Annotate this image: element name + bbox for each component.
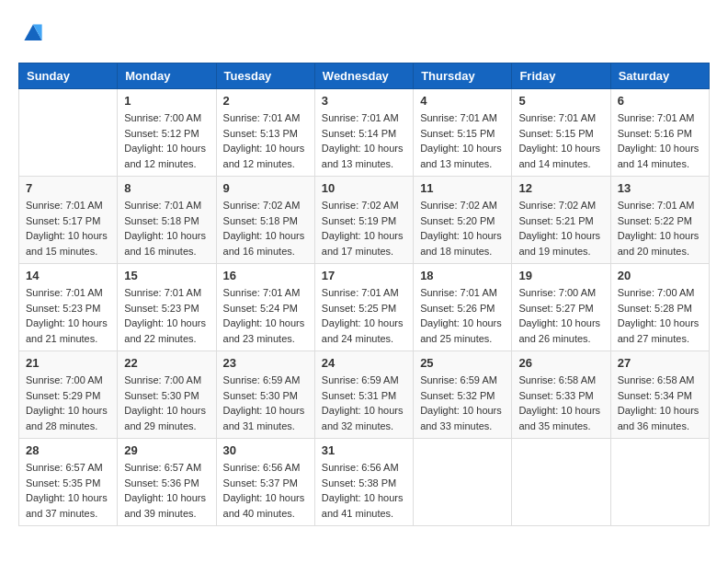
day-number: 26 (518, 356, 603, 370)
day-info: Sunrise: 7:01 AM Sunset: 5:25 PM Dayligh… (322, 285, 406, 346)
daylight: Daylight: 10 hours and 12 minutes. (124, 143, 206, 169)
sunrise: Sunrise: 7:01 AM (518, 112, 596, 123)
sunset: Sunset: 5:27 PM (518, 303, 593, 314)
calendar-cell (19, 89, 118, 177)
day-number: 18 (420, 269, 505, 282)
sunrise: Sunrise: 7:01 AM (322, 287, 399, 298)
day-info: Sunrise: 7:00 AM Sunset: 5:29 PM Dayligh… (26, 373, 110, 433)
day-number: 14 (26, 269, 110, 282)
sunset: Sunset: 5:20 PM (420, 215, 495, 226)
day-info: Sunrise: 7:01 AM Sunset: 5:15 PM Dayligh… (420, 110, 505, 171)
day-info: Sunrise: 7:00 AM Sunset: 5:28 PM Dayligh… (618, 285, 702, 346)
logo (18, 18, 51, 48)
calendar-cell: 4 Sunrise: 7:01 AM Sunset: 5:15 PM Dayli… (414, 89, 512, 177)
daylight: Daylight: 10 hours and 28 minutes. (26, 405, 108, 431)
day-number: 31 (322, 443, 406, 457)
calendar-cell: 13 Sunrise: 7:01 AM Sunset: 5:22 PM Dayl… (610, 177, 709, 264)
sunset: Sunset: 5:25 PM (322, 303, 396, 314)
sunset: Sunset: 5:30 PM (124, 390, 199, 401)
calendar-cell: 16 Sunrise: 7:01 AM Sunset: 5:24 PM Dayl… (216, 264, 314, 351)
day-number: 24 (322, 356, 406, 370)
calendar-cell: 27 Sunrise: 6:58 AM Sunset: 5:34 PM Dayl… (610, 351, 709, 439)
daylight: Daylight: 10 hours and 32 minutes. (322, 405, 404, 431)
day-number: 4 (420, 94, 505, 108)
day-info: Sunrise: 6:59 AM Sunset: 5:30 PM Dayligh… (223, 373, 308, 433)
day-number: 13 (618, 181, 702, 195)
daylight: Daylight: 10 hours and 19 minutes. (518, 230, 600, 257)
sunset: Sunset: 5:17 PM (26, 215, 100, 226)
sunset: Sunset: 5:32 PM (420, 390, 495, 401)
daylight: Daylight: 10 hours and 14 minutes. (618, 143, 700, 169)
day-number: 17 (322, 269, 406, 282)
day-info: Sunrise: 7:00 AM Sunset: 5:12 PM Dayligh… (124, 110, 209, 171)
sunset: Sunset: 5:16 PM (618, 128, 692, 139)
sunset: Sunset: 5:23 PM (124, 303, 199, 314)
sunrise: Sunrise: 7:02 AM (322, 200, 399, 211)
sunrise: Sunrise: 7:01 AM (322, 112, 399, 123)
calendar-week-5: 28 Sunrise: 6:57 AM Sunset: 5:35 PM Dayl… (19, 439, 710, 526)
header-friday: Friday (512, 63, 610, 89)
day-info: Sunrise: 7:01 AM Sunset: 5:24 PM Dayligh… (223, 285, 308, 346)
header-tuesday: Tuesday (216, 63, 314, 89)
sunrise: Sunrise: 7:00 AM (124, 374, 201, 385)
day-info: Sunrise: 6:57 AM Sunset: 5:35 PM Dayligh… (26, 460, 110, 521)
daylight: Daylight: 10 hours and 37 minutes. (26, 492, 108, 519)
calendar-cell: 29 Sunrise: 6:57 AM Sunset: 5:36 PM Dayl… (118, 439, 216, 526)
sunrise: Sunrise: 7:00 AM (124, 112, 201, 123)
calendar-cell: 31 Sunrise: 6:56 AM Sunset: 5:38 PM Dayl… (314, 439, 413, 526)
sunrise: Sunrise: 7:01 AM (420, 287, 497, 298)
calendar-cell: 18 Sunrise: 7:01 AM Sunset: 5:26 PM Dayl… (414, 264, 512, 351)
sunrise: Sunrise: 6:58 AM (518, 374, 596, 385)
daylight: Daylight: 10 hours and 24 minutes. (322, 317, 404, 344)
day-number: 21 (26, 356, 110, 370)
daylight: Daylight: 10 hours and 12 minutes. (223, 143, 305, 169)
sunset: Sunset: 5:36 PM (124, 477, 199, 488)
day-info: Sunrise: 6:57 AM Sunset: 5:36 PM Dayligh… (124, 460, 209, 521)
day-number: 15 (124, 269, 209, 282)
day-info: Sunrise: 7:01 AM Sunset: 5:23 PM Dayligh… (124, 285, 209, 346)
sunset: Sunset: 5:19 PM (322, 215, 396, 226)
header-sunday: Sunday (19, 63, 118, 89)
daylight: Daylight: 10 hours and 27 minutes. (618, 317, 700, 344)
daylight: Daylight: 10 hours and 29 minutes. (124, 405, 206, 431)
sunset: Sunset: 5:21 PM (518, 215, 593, 226)
sunset: Sunset: 5:37 PM (223, 477, 298, 488)
daylight: Daylight: 10 hours and 15 minutes. (26, 230, 108, 257)
day-info: Sunrise: 7:02 AM Sunset: 5:21 PM Dayligh… (518, 198, 603, 259)
sunrise: Sunrise: 6:57 AM (124, 462, 201, 473)
sunrise: Sunrise: 7:01 AM (618, 112, 695, 123)
calendar-cell: 25 Sunrise: 6:59 AM Sunset: 5:32 PM Dayl… (414, 351, 512, 439)
day-number: 27 (618, 356, 702, 370)
day-number: 8 (124, 181, 209, 195)
day-number: 9 (223, 181, 308, 195)
sunset: Sunset: 5:33 PM (518, 390, 593, 401)
daylight: Daylight: 10 hours and 25 minutes. (420, 317, 502, 344)
calendar-cell: 19 Sunrise: 7:00 AM Sunset: 5:27 PM Dayl… (512, 264, 610, 351)
calendar-cell: 12 Sunrise: 7:02 AM Sunset: 5:21 PM Dayl… (512, 177, 610, 264)
sunrise: Sunrise: 7:01 AM (124, 200, 201, 211)
day-info: Sunrise: 7:00 AM Sunset: 5:30 PM Dayligh… (124, 373, 209, 433)
day-info: Sunrise: 7:01 AM Sunset: 5:14 PM Dayligh… (322, 110, 406, 171)
daylight: Daylight: 10 hours and 16 minutes. (223, 230, 305, 257)
header-thursday: Thursday (414, 63, 512, 89)
sunrise: Sunrise: 7:02 AM (518, 200, 596, 211)
daylight: Daylight: 10 hours and 17 minutes. (322, 230, 404, 257)
day-info: Sunrise: 7:01 AM Sunset: 5:13 PM Dayligh… (223, 110, 308, 171)
calendar-cell: 28 Sunrise: 6:57 AM Sunset: 5:35 PM Dayl… (19, 439, 118, 526)
sunrise: Sunrise: 6:59 AM (420, 374, 497, 385)
sunset: Sunset: 5:18 PM (124, 215, 199, 226)
sunrise: Sunrise: 7:01 AM (618, 200, 695, 211)
calendar-cell: 7 Sunrise: 7:01 AM Sunset: 5:17 PM Dayli… (19, 177, 118, 264)
daylight: Daylight: 10 hours and 22 minutes. (124, 317, 206, 344)
sunrise: Sunrise: 7:01 AM (223, 287, 301, 298)
day-number: 28 (26, 443, 110, 457)
day-info: Sunrise: 7:01 AM Sunset: 5:15 PM Dayligh… (518, 110, 603, 171)
page-header (18, 18, 710, 48)
daylight: Daylight: 10 hours and 36 minutes. (618, 405, 700, 431)
sunset: Sunset: 5:18 PM (223, 215, 298, 226)
day-info: Sunrise: 6:58 AM Sunset: 5:33 PM Dayligh… (518, 373, 603, 433)
day-number: 3 (322, 94, 406, 108)
day-info: Sunrise: 7:02 AM Sunset: 5:19 PM Dayligh… (322, 198, 406, 259)
day-info: Sunrise: 7:02 AM Sunset: 5:20 PM Dayligh… (420, 198, 505, 259)
sunset: Sunset: 5:23 PM (26, 303, 100, 314)
